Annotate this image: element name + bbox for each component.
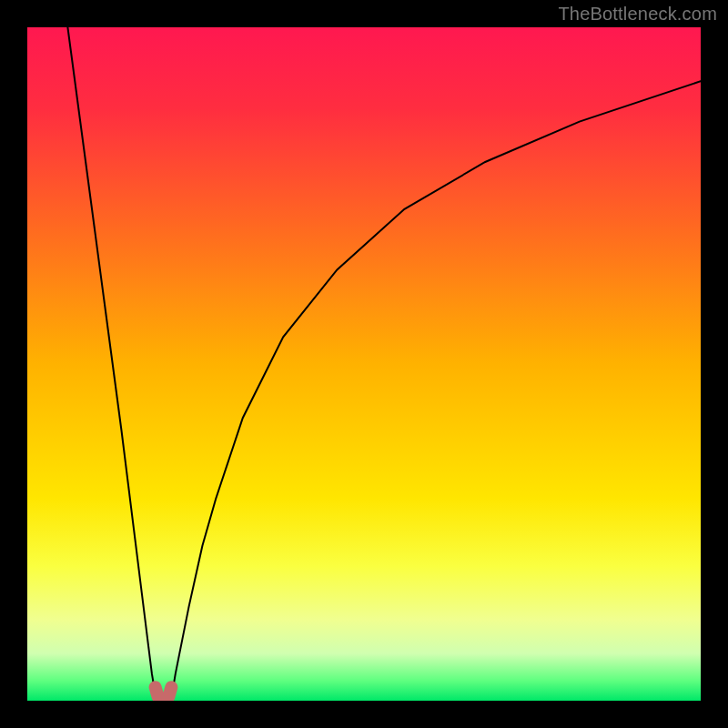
watermark-text: TheBottleneck.com [558, 4, 717, 25]
chart-plot [27, 27, 701, 701]
chart-frame: TheBottleneck.com [0, 0, 728, 728]
gradient-background [27, 27, 701, 701]
